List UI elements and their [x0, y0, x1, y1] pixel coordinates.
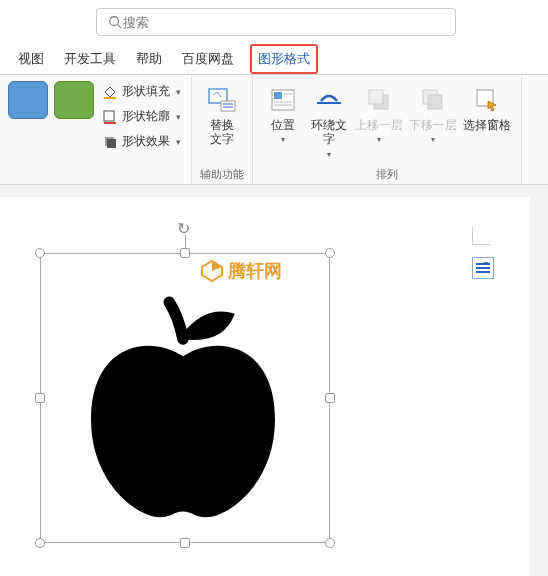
paint-bucket-icon [102, 84, 118, 100]
group-shape-styles: 形状填充▾ 形状轮廓▾ 形状效果▾ [0, 75, 192, 184]
svg-rect-20 [428, 95, 442, 109]
wrap-text-icon [312, 85, 346, 115]
group-label-blank [8, 170, 183, 182]
effects-icon [102, 134, 118, 150]
alt-text-icon [205, 85, 239, 115]
tab-developer[interactable]: 开发工具 [60, 44, 120, 74]
shape-effects-label: 形状效果 [122, 133, 170, 150]
group-accessibility: 替换 文字 辅助功能 [192, 75, 253, 184]
watermark-text: 腾轩网 [228, 259, 282, 283]
tab-shape-format[interactable]: 图形格式 [250, 44, 318, 74]
chevron-down-icon: ▾ [377, 135, 381, 144]
shape-outline-label: 形状轮廓 [122, 108, 170, 125]
arc-icon [482, 262, 490, 268]
resize-handle-l[interactable] [35, 393, 45, 403]
search-input[interactable] [123, 15, 445, 30]
position-label: 位置 [271, 118, 295, 132]
svg-rect-18 [369, 90, 383, 104]
resize-handle-tl[interactable] [35, 248, 45, 258]
svg-rect-8 [221, 101, 235, 111]
resize-handle-r[interactable] [325, 393, 335, 403]
position-button[interactable]: 位置 ▾ [261, 81, 305, 148]
shape-fill-button[interactable]: 形状填充▾ [100, 81, 183, 102]
canvas[interactable]: ↻ 腾轩网 [0, 185, 548, 576]
document-page[interactable]: ↻ 腾轩网 [0, 197, 530, 576]
selected-shape[interactable]: ↻ [40, 253, 330, 543]
chevron-down-icon: ▾ [176, 137, 181, 147]
chevron-down-icon: ▾ [176, 87, 181, 97]
search-box[interactable] [96, 8, 456, 36]
bring-forward-button[interactable]: 上移一层 ▾ [353, 81, 405, 148]
rotate-line [185, 235, 186, 249]
resize-handle-b[interactable] [180, 538, 190, 548]
chevron-down-icon: ▾ [281, 135, 285, 144]
selection-pane-icon [470, 85, 504, 115]
bring-forward-label: 上移一层 [355, 118, 403, 132]
alt-text-button[interactable]: 替换 文字 [200, 81, 244, 151]
shape-fill-label: 形状填充 [122, 83, 170, 100]
svg-rect-4 [104, 122, 116, 124]
group-label-accessibility: 辅助功能 [200, 167, 244, 182]
rotate-handle[interactable]: ↻ [177, 219, 190, 238]
resize-handle-tr[interactable] [325, 248, 335, 258]
wrap-text-button[interactable]: 环绕文 字 ▾ [307, 81, 351, 163]
tab-baidu[interactable]: 百度网盘 [178, 44, 238, 74]
svg-point-0 [110, 17, 119, 26]
selection-pane-label: 选择窗格 [463, 118, 511, 132]
tab-bar: 视图 开发工具 帮助 百度网盘 图形格式 [0, 40, 548, 75]
apple-shape[interactable] [68, 293, 298, 523]
alt-text-label: 替换 文字 [210, 118, 234, 147]
margin-marker [472, 227, 490, 245]
ribbon: 形状填充▾ 形状轮廓▾ 形状效果▾ 替换 文字 [0, 75, 548, 185]
style-preset-green[interactable] [54, 81, 94, 119]
resize-handle-t[interactable] [180, 248, 190, 258]
svg-rect-3 [104, 111, 114, 121]
chevron-down-icon: ▾ [327, 150, 331, 159]
shape-effects-button[interactable]: 形状效果▾ [100, 131, 183, 152]
position-icon [266, 85, 300, 115]
group-arrange: 位置 ▾ 环绕文 字 ▾ 上移一层 ▾ 下移一层 ▾ 选择窗格 [253, 75, 522, 184]
wrap-text-label: 环绕文 字 [311, 118, 347, 147]
shape-outline-button[interactable]: 形状轮廓▾ [100, 106, 183, 127]
style-preset-blue[interactable] [8, 81, 48, 119]
svg-line-1 [118, 25, 122, 29]
send-backward-label: 下移一层 [409, 118, 457, 132]
svg-rect-6 [107, 139, 116, 148]
selection-pane-button[interactable]: 选择窗格 [461, 81, 513, 136]
group-label-arrange: 排列 [261, 167, 513, 182]
watermark-logo-icon [200, 259, 224, 283]
tab-view[interactable]: 视图 [14, 44, 48, 74]
search-icon [107, 14, 123, 30]
tab-help[interactable]: 帮助 [132, 44, 166, 74]
layout-options-button[interactable] [472, 257, 494, 279]
resize-handle-bl[interactable] [35, 538, 45, 548]
resize-handle-br[interactable] [325, 538, 335, 548]
outline-icon [102, 109, 118, 125]
bring-forward-icon [362, 85, 396, 115]
send-backward-button[interactable]: 下移一层 ▾ [407, 81, 459, 148]
watermark: 腾轩网 [200, 259, 282, 283]
svg-rect-12 [274, 92, 282, 99]
chevron-down-icon: ▾ [176, 112, 181, 122]
send-backward-icon [416, 85, 450, 115]
shape-style-gallery[interactable] [8, 81, 94, 119]
chevron-down-icon: ▾ [431, 135, 435, 144]
svg-rect-2 [104, 97, 116, 99]
